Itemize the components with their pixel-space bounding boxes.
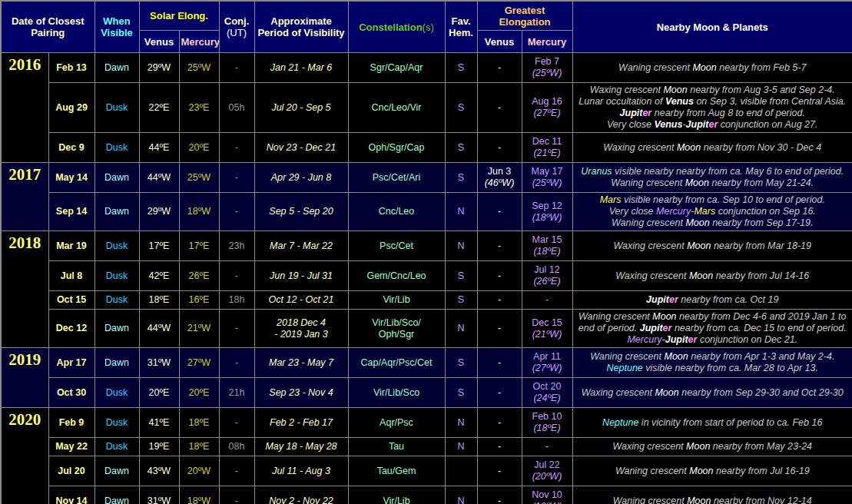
constellation-cell: Cnc/Leo <box>348 193 445 231</box>
greatest-elongation-mercury-cell: Oct 20(24ºE) <box>522 378 572 408</box>
nearby-moon-planets-cell: Mars visible nearby from ca. Sep 10 to e… <box>572 193 852 231</box>
nearby-moon-planets-cell: Jupiter nearby from ca. Oct 19 <box>572 291 852 310</box>
mercury-elongation-cell: 20ºE <box>179 378 219 408</box>
subheader-solar-venus: Venus <box>139 31 179 53</box>
greatest-elongation-mercury-cell: Nov 10(19ºW) <box>522 486 572 504</box>
mercury-elongation-cell: 21ºW <box>179 310 219 348</box>
table-row: Nov 14Dawn31ºW18ºW-Nov 2 - Nov 22Vir/Lib… <box>1 486 852 504</box>
greatest-elongation-mercury-cell: - <box>522 291 572 310</box>
note-text: Waning crescent <box>615 466 689 476</box>
note-text: Waning crescent <box>578 311 652 322</box>
jup2-name: er <box>669 294 678 305</box>
conjunction-time-cell: - <box>219 348 254 378</box>
year-label: 2016 <box>1 53 48 163</box>
pairing-date-cell: Nov 14 <box>48 486 94 504</box>
constellation-cell: Psc/Cet/Ari <box>348 163 445 193</box>
moon-name: Moon <box>664 351 688 362</box>
subheader-ge-venus: Venus <box>477 31 522 53</box>
constellation-cell: Tau/Gem <box>348 456 445 486</box>
greatest-elongation-mercury-cell: Mar 15(18ºE) <box>522 231 572 261</box>
conjunction-time-cell: - <box>219 133 254 163</box>
nearby-moon-planets-cell: Waxing crescent Moon nearby from Nov 30 … <box>572 133 852 163</box>
mars-name: Mars <box>694 206 715 217</box>
greatest-elongation-mercury-cell: Feb 7(25ºW) <box>522 53 572 83</box>
constellation-cell: Sgr/Cap/Aqr <box>348 53 445 83</box>
col-header-conj-ut: Conj.(UT) <box>219 1 254 53</box>
greatest-elongation-venus-cell: - <box>477 133 522 163</box>
uranus-name: Uranus <box>581 166 612 177</box>
greatest-elongation-venus-cell: Jun 3(46ºW) <box>477 163 522 193</box>
planet-pairing-table: Date of Closest Pairing When Visible Sol… <box>0 0 852 504</box>
moon-name: Moon <box>685 217 709 228</box>
favorable-hemisphere-cell: N <box>445 193 477 231</box>
visibility-period-cell: Sep 5 - Sep 20 <box>254 193 348 231</box>
conjunction-time-cell: - <box>219 163 254 193</box>
when-visible-cell: Dawn <box>94 53 139 83</box>
when-visible-cell: Dawn <box>94 163 139 193</box>
visibility-period-cell: Nov 2 - Nov 22 <box>254 486 348 504</box>
note-text: Waning crescent <box>611 177 685 188</box>
note-text: nearby from Feb 5-7 <box>717 62 807 73</box>
moon-name: Moon <box>686 441 710 452</box>
venus-elongation-cell: 20ºE <box>139 378 179 408</box>
note-text: visible nearby nearby from ca. May 6 to … <box>612 166 844 177</box>
visibility-period-cell: May 18 - May 28 <box>254 438 348 456</box>
elongation-value: (21ºE) <box>533 148 560 158</box>
pairing-date-cell: Oct 30 <box>48 378 94 408</box>
conjunction-time-cell: 18h <box>219 291 254 310</box>
elongation-value: (21ºW) <box>532 329 562 340</box>
jup2-name: er <box>688 334 698 345</box>
table-row: 2016Feb 13Dawn29ºW25ºW-Jan 21 - Mar 6Sgr… <box>1 53 852 83</box>
venus-elongation-cell: 44ºE <box>139 133 179 163</box>
venus-elongation-cell: 44ºW <box>139 163 179 193</box>
greatest-elongation-mercury-cell: - <box>522 438 572 456</box>
table-row: May 22Dusk19ºE18ºE08hMay 18 - May 28TauN… <box>1 438 852 456</box>
nearby-moon-planets-cell: Waxing crescent Moon nearby from May 23-… <box>572 438 852 456</box>
mercury-name: Mercury <box>627 334 661 345</box>
pairing-date-cell: Aug 29 <box>48 83 94 133</box>
mercury-elongation-cell: 18ºW <box>179 193 219 231</box>
conjunction-time-cell: - <box>219 53 254 83</box>
pairing-date-cell: Oct 15 <box>48 291 94 310</box>
mercury-elongation-cell: 17ºE <box>179 231 219 261</box>
visibility-period-cell: Jan 21 - Mar 6 <box>254 53 348 83</box>
constellation-cell: Vir/Lib/Sco/Oph/Sgr <box>348 310 445 348</box>
venus-elongation-cell: 42ºE <box>139 261 179 291</box>
table-row: 2020Feb 9Dusk41ºE18ºE-Feb 2 - Feb 17Aqr/… <box>1 408 852 438</box>
note-text: nearby from Jul 16-19 <box>714 466 810 476</box>
constellation-cell: Aqr/Psc <box>348 408 445 438</box>
subheader-solar-mercury: Mercury <box>179 31 219 53</box>
elongation-value: (26ºE) <box>533 276 560 287</box>
nearby-moon-planets-cell: Waxing crescent Moon nearby from Aug 3-5… <box>572 83 852 133</box>
conjunction-time-cell: - <box>219 486 254 504</box>
mercury-elongation-cell: 23ºE <box>179 83 219 133</box>
venus-elongation-cell: 29ºW <box>139 193 179 231</box>
col-header-solar-elong: Solar Elong. <box>139 1 219 31</box>
elongation-value: (18ºE) <box>533 423 560 433</box>
visibility-period-cell: Mar 23 - May 7 <box>254 348 348 378</box>
when-visible-cell: Dawn <box>94 193 139 231</box>
note-text: conjunction on Dec 21. <box>697 334 797 345</box>
greatest-elongation-venus-cell: - <box>477 310 522 348</box>
when-visible-cell: Dusk <box>94 378 139 408</box>
when-visible-cell: Dawn <box>94 348 139 378</box>
note-text: Waxing crescent <box>612 441 686 452</box>
note-text: Very close <box>607 119 654 130</box>
jup-name: Jupit <box>640 323 663 333</box>
mercury-elongation-cell: 25ºW <box>179 163 219 193</box>
note-text: nearby from Sep 17-19. <box>710 217 814 228</box>
conjunction-time-cell: 21h <box>219 378 254 408</box>
greatest-elongation-venus-cell: - <box>477 486 522 504</box>
when-visible-cell: Dusk <box>94 291 139 310</box>
elongation-value: (27ºW) <box>532 363 562 373</box>
visibility-period-cell: Apr 29 - Jun 8 <box>254 163 348 193</box>
note-text: nearby from Nov 30 - Dec 4 <box>701 142 821 153</box>
note-text: nearby from May 21-24. <box>709 177 814 188</box>
venus-elongation-cell: 29ºW <box>139 53 179 83</box>
visibility-period-cell: Feb 2 - Feb 17 <box>254 408 348 438</box>
moon-name: Moon <box>689 466 713 476</box>
when-visible-cell: Dawn <box>94 456 139 486</box>
col-header-nearby-moon-planets: Nearby Moon & Planets <box>572 1 852 53</box>
constellation-cell: Oph/Sgr/Cap <box>348 133 445 163</box>
note-text: nearby from Jul 14-16 <box>713 270 809 281</box>
